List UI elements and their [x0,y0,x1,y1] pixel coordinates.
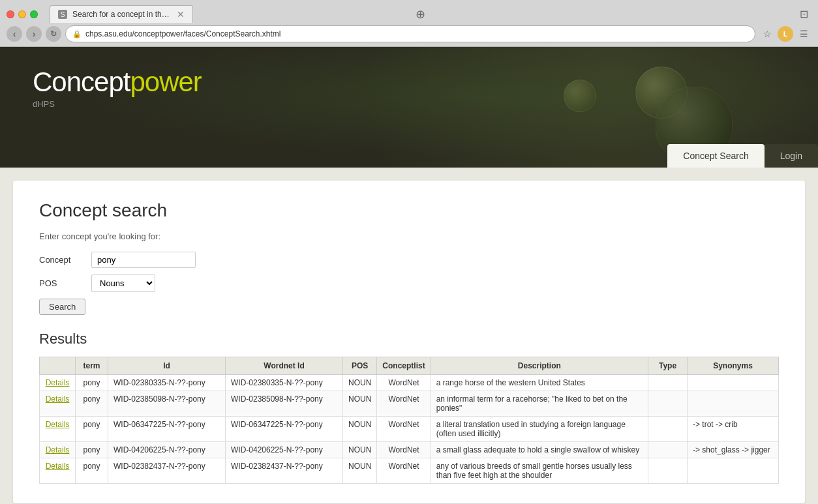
bookmark-icon[interactable]: ☆ [759,26,775,42]
concept-form-row: Concept [39,252,779,268]
col-header-description: Description [431,357,648,375]
header-content: Conceptpower dHPS [0,47,818,128]
logo-subtitle: dHPS [33,99,785,109]
search-button[interactable]: Search [39,299,85,315]
col-header-details [40,357,76,375]
row5-details-cell: Details [40,458,76,484]
row5-conceptlist: WordNet [377,458,431,484]
nav-tab-concept-search[interactable]: Concept Search [667,144,764,168]
maximize-button[interactable] [30,10,38,18]
results-title: Results [39,331,779,348]
row2-conceptlist: WordNet [377,391,431,417]
row1-type [648,375,688,391]
row2-type [648,391,688,417]
row4-id: WID-04206225-N-??-pony [108,442,226,458]
row3-conceptlist: WordNet [377,417,431,442]
table-row: Details pony WID-06347225-N-??-pony WID-… [40,417,779,442]
row4-type [648,442,688,458]
window-controls [7,10,38,18]
lock-icon: 🔒 [72,30,82,38]
back-button[interactable]: ‹ [7,26,22,42]
nav-tab-login[interactable]: Login [765,144,818,168]
row3-details-cell: Details [40,417,76,442]
row5-synonyms [688,458,779,484]
browser-chrome: S Search for a concept in the... ✕ ⊕ ⊡ ‹… [0,0,818,47]
col-header-wordnet: Wordnet Id [226,357,343,375]
row2-wordnet: WID-02385098-N-??-pony [226,391,343,417]
main-content: Concept search Enter concept you're look… [0,168,818,504]
row4-details-link[interactable]: Details [46,445,70,454]
row1-wordnet: WID-02380335-N-??-pony [226,375,343,391]
row5-description: any of various breeds of small gentle ho… [431,458,648,484]
user-avatar[interactable]: L [778,26,793,42]
row2-pos: NOUN [343,391,377,417]
header-navigation: Concept Search Login [667,144,818,168]
row5-type [648,458,688,484]
logo: Conceptpower [33,67,785,98]
url-text: chps.asu.edu/conceptpower/faces/ConceptS… [85,29,748,38]
forward-button[interactable]: › [26,26,42,42]
results-table: term Id Wordnet Id POS Conceptlist Descr… [39,357,779,484]
row3-details-link[interactable]: Details [46,420,70,429]
table-header-row: term Id Wordnet Id POS Conceptlist Descr… [40,357,779,375]
concept-input[interactable] [91,252,196,268]
row4-description: a small glass adequate to hold a single … [431,442,648,458]
row1-details-link[interactable]: Details [46,378,70,387]
col-header-term: term [76,357,108,375]
row3-synonyms: -> trot -> crib [688,417,779,442]
row3-id: WID-06347225-N-??-pony [108,417,226,442]
row1-description: a range horse of the western United Stat… [431,375,648,391]
new-tab-button[interactable]: ⊕ [412,7,428,22]
page-title: Concept search [39,200,779,221]
row4-details-cell: Details [40,442,76,458]
concept-label: Concept [39,255,85,265]
row4-pos: NOUN [343,442,377,458]
window-restore-icon[interactable]: ⊡ [796,7,811,22]
row4-conceptlist: WordNet [377,442,431,458]
browser-titlebar: S Search for a concept in the... ✕ ⊕ ⊡ [0,0,818,23]
browser-nav-icons: ☆ L ☰ [759,26,811,42]
logo-power: power [130,67,201,97]
table-row: Details pony WID-02380335-N-??-pony WID-… [40,375,779,391]
row3-description: a literal translation used in studying a… [431,417,648,442]
close-button[interactable] [7,10,14,18]
pos-label: POS [39,278,85,288]
row1-details-cell: Details [40,375,76,391]
row2-id: WID-02385098-N-??-pony [108,391,226,417]
menu-icon[interactable]: ☰ [796,26,811,42]
col-header-id: Id [108,357,226,375]
row1-conceptlist: WordNet [377,375,431,391]
row5-term: pony [76,458,108,484]
tab-close-icon[interactable]: ✕ [177,9,185,20]
form-instruction: Enter concept you're looking for: [39,231,779,241]
row1-pos: NOUN [343,375,377,391]
row3-wordnet: WID-06347225-N-??-pony [226,417,343,442]
nav-bar: ‹ › ↻ 🔒 chps.asu.edu/conceptpower/faces/… [0,23,818,46]
search-button-row: Search [39,299,779,315]
row2-details-cell: Details [40,391,76,417]
row5-details-link[interactable]: Details [46,462,70,471]
row3-type [648,417,688,442]
pos-select[interactable]: Nouns Verbs Adjectives Adverbs [91,274,155,292]
row1-synonyms [688,375,779,391]
row3-pos: NOUN [343,417,377,442]
logo-concept: Concept [33,67,130,97]
minimize-button[interactable] [18,10,26,18]
col-header-synonyms: Synonyms [688,357,779,375]
table-header: term Id Wordnet Id POS Conceptlist Descr… [40,357,779,375]
table-row: Details pony WID-02385098-N-??-pony WID-… [40,391,779,417]
tab-bar: S Search for a concept in the... ✕ [50,5,407,23]
col-header-conceptlist: Conceptlist [377,357,431,375]
app-header: Conceptpower dHPS Concept Search Login [0,47,818,168]
address-bar[interactable]: 🔒 chps.asu.edu/conceptpower/faces/Concep… [65,25,755,42]
tab-favicon: S [58,10,67,19]
row2-details-link[interactable]: Details [46,394,70,404]
content-card: Concept search Enter concept you're look… [13,181,805,503]
col-header-pos: POS [343,357,377,375]
reload-button[interactable]: ↻ [46,26,61,42]
nav-tab-concept-search-label: Concept Search [683,151,748,161]
nav-tab-login-label: Login [780,151,802,161]
browser-tab[interactable]: S Search for a concept in the... ✕ [50,5,193,23]
row3-term: pony [76,417,108,442]
pos-form-row: POS Nouns Verbs Adjectives Adverbs [39,274,779,292]
